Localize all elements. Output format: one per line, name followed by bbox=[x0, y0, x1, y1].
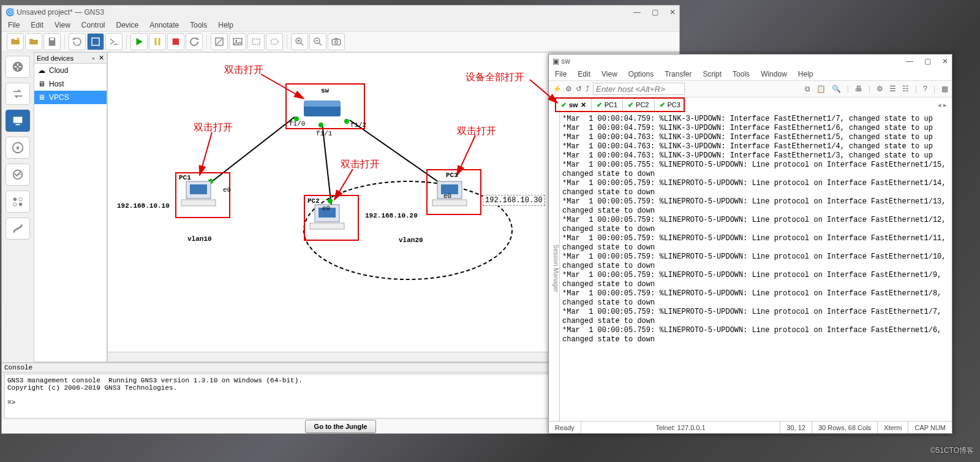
label-pc3-ip[interactable]: 192.168.10.30 bbox=[483, 195, 545, 206]
maximize-icon[interactable]: ▢ bbox=[652, 8, 658, 17]
minimize-icon[interactable]: — bbox=[633, 8, 641, 17]
menu-window[interactable]: Window bbox=[761, 70, 787, 78]
menu-tools[interactable]: Tools bbox=[190, 21, 207, 29]
crt-tabs: ✔sw ✕✔PC1✔PC2✔PC3 bbox=[555, 97, 685, 112]
annot-sw: 双击打开 bbox=[224, 64, 263, 77]
check-icon: ✔ bbox=[628, 101, 633, 109]
start-all-button[interactable] bbox=[130, 33, 148, 50]
panel-header: End devices ▫ ✕ bbox=[34, 53, 107, 64]
console-button[interactable] bbox=[105, 33, 123, 50]
tabs-overflow-icon[interactable]: ◂ ▸ bbox=[933, 101, 952, 109]
print-icon[interactable]: 🖶 bbox=[855, 85, 862, 93]
lightning-icon[interactable]: ⚙ bbox=[565, 85, 572, 93]
menu-edit[interactable]: Edit bbox=[578, 70, 590, 78]
pause-all-button[interactable] bbox=[149, 33, 166, 50]
routers-category-button[interactable] bbox=[6, 56, 30, 78]
menu-options[interactable]: Options bbox=[628, 70, 654, 78]
options-icon[interactable]: ⚙ bbox=[876, 85, 883, 93]
open-project-button[interactable] bbox=[25, 33, 42, 50]
device-item-vpcs[interactable]: 🖥VPCS bbox=[34, 91, 107, 104]
menu-device[interactable]: Device bbox=[116, 21, 139, 29]
reconnect-icon[interactable]: ↺ bbox=[576, 85, 582, 93]
svg-line-55 bbox=[200, 132, 212, 175]
gns3-app-icon: 🌀 bbox=[6, 8, 15, 17]
close-icon[interactable]: ✕ bbox=[669, 8, 676, 17]
tab-pc1[interactable]: ✔PC1 bbox=[592, 99, 623, 111]
crt-maximize-icon[interactable]: ▢ bbox=[924, 57, 931, 66]
device-item-cloud[interactable]: ☁Cloud bbox=[34, 64, 107, 77]
label-pc1: PC1 bbox=[179, 174, 191, 181]
undock-icon[interactable]: ▫ bbox=[92, 55, 94, 62]
end-devices-category-button[interactable] bbox=[6, 110, 30, 132]
label-pc2-ip: 192.168.10.20 bbox=[365, 212, 418, 219]
tab-pc3[interactable]: ✔PC3 bbox=[655, 99, 686, 111]
label-f10: f1/0 bbox=[289, 120, 305, 127]
label-f12: f1/2 bbox=[350, 121, 366, 129]
menu-transfer[interactable]: Transfer bbox=[665, 70, 692, 78]
browse-all-button[interactable] bbox=[6, 191, 30, 213]
help-icon[interactable]: ? bbox=[923, 85, 927, 93]
tab-close-icon[interactable]: ✕ bbox=[581, 101, 586, 109]
crt-menubar: FileEditViewOptionsTransferScriptToolsWi… bbox=[549, 68, 952, 80]
add-note-button[interactable] bbox=[211, 33, 228, 50]
panel-close-icon[interactable]: ✕ bbox=[99, 54, 104, 62]
session-options-icon[interactable]: ☰ bbox=[889, 85, 896, 93]
menu-control[interactable]: Control bbox=[81, 21, 105, 29]
new-project-button[interactable] bbox=[7, 33, 24, 50]
tab-pc2[interactable]: ✔PC2 bbox=[623, 99, 654, 111]
screenshot-button[interactable] bbox=[328, 33, 345, 50]
find-icon[interactable]: 🔍 bbox=[832, 85, 841, 93]
paste-icon[interactable]: 📋 bbox=[816, 85, 826, 93]
menu-script[interactable]: Script bbox=[703, 70, 722, 78]
save-project-button[interactable] bbox=[43, 33, 61, 50]
snapshot-button[interactable] bbox=[87, 33, 104, 50]
switches-category-button[interactable] bbox=[6, 83, 30, 105]
zoom-in-button[interactable] bbox=[291, 33, 308, 50]
reload-button[interactable] bbox=[69, 33, 86, 50]
device-icon: ☁ bbox=[38, 66, 45, 75]
check-icon: ✔ bbox=[597, 101, 602, 109]
svg-point-29 bbox=[13, 198, 17, 202]
menu-help[interactable]: Help bbox=[218, 21, 233, 29]
toggle-view-icon[interactable]: ▦ bbox=[941, 85, 948, 93]
all-devices-button[interactable] bbox=[6, 164, 30, 186]
jungle-button[interactable]: Go to the Jungle bbox=[305, 420, 377, 433]
session-manager-tab[interactable]: Session Manager bbox=[549, 112, 560, 421]
svg-point-31 bbox=[13, 203, 17, 206]
svg-point-11 bbox=[271, 39, 278, 45]
restart-button[interactable] bbox=[186, 33, 203, 50]
crt-minimize-icon[interactable]: — bbox=[906, 57, 913, 66]
insert-image-button[interactable] bbox=[229, 33, 246, 50]
host-input[interactable] bbox=[593, 83, 685, 95]
svg-point-20 bbox=[335, 41, 338, 44]
filter-icon[interactable]: ☷ bbox=[902, 85, 909, 93]
label-pc1-e0: e0 bbox=[223, 186, 231, 194]
draw-ellipse-button[interactable] bbox=[266, 33, 283, 50]
menu-file[interactable]: File bbox=[8, 21, 20, 29]
menu-edit[interactable]: Edit bbox=[31, 21, 43, 29]
annot-pc3: 双击打开 bbox=[457, 125, 496, 138]
add-link-button[interactable] bbox=[6, 218, 30, 240]
crt-titlebar[interactable]: ▣ sw — ▢ ✕ bbox=[549, 55, 952, 68]
disconnect-icon[interactable]: ⤴ bbox=[586, 85, 589, 93]
device-item-host[interactable]: 🖥Host bbox=[34, 77, 107, 91]
security-category-button[interactable] bbox=[6, 137, 30, 159]
copy-icon[interactable]: ⧉ bbox=[805, 85, 810, 93]
zoom-out-button[interactable] bbox=[309, 33, 326, 50]
menu-view[interactable]: View bbox=[601, 70, 617, 78]
crt-close-icon[interactable]: ✕ bbox=[942, 57, 948, 66]
status-pos: 30, 12 bbox=[780, 422, 812, 433]
draw-rect-button[interactable] bbox=[247, 33, 265, 50]
terminal-output[interactable]: *Mar 1 00:00:04.759: %LINK-3-UPDOWN: Int… bbox=[560, 112, 952, 421]
gns3-toolbar bbox=[2, 31, 679, 52]
gns3-titlebar[interactable]: 🌀 Unsaved project* — GNS3 — ▢ ✕ bbox=[2, 6, 679, 19]
stop-all-button[interactable] bbox=[167, 33, 184, 50]
gns3-menubar: FileEditViewControlDeviceAnnotateToolsHe… bbox=[2, 19, 679, 31]
menu-annotate[interactable]: Annotate bbox=[149, 21, 179, 29]
svg-rect-2 bbox=[92, 38, 99, 45]
menu-view[interactable]: View bbox=[55, 21, 70, 29]
menu-tools[interactable]: Tools bbox=[733, 70, 750, 78]
menu-help[interactable]: Help bbox=[798, 70, 813, 78]
gns3-title: Unsaved project* — GNS3 bbox=[17, 8, 104, 17]
device-icon: 🖥 bbox=[38, 80, 45, 88]
